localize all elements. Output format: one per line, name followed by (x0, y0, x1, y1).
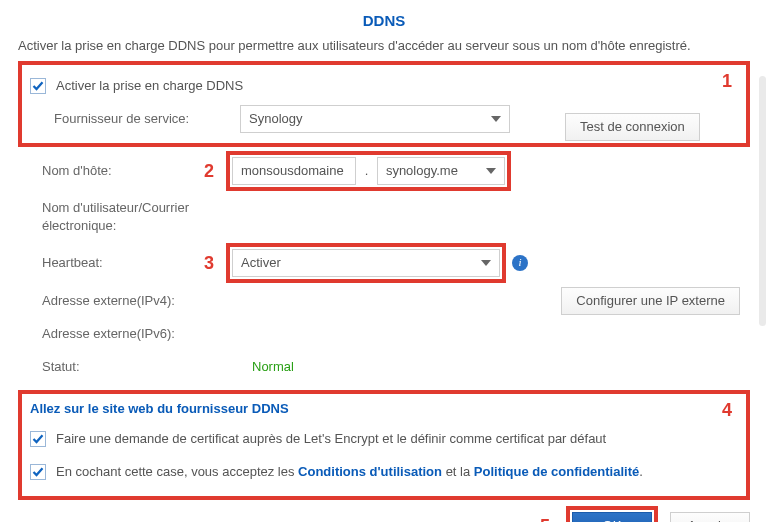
callout-2: 2 (200, 159, 218, 184)
callout-5: 5 (536, 514, 554, 522)
chevron-down-icon (481, 260, 491, 266)
chevron-down-icon (491, 116, 501, 122)
check-icon (32, 466, 44, 478)
domain-select[interactable]: synology.me (377, 157, 505, 185)
cancel-button[interactable]: Annuler (670, 512, 750, 522)
domain-value: synology.me (386, 162, 458, 180)
page-title: DDNS (18, 10, 750, 31)
status-label: Statut: (42, 358, 252, 376)
section-provider-site: 4 Allez sur le site web du fournisseur D… (18, 390, 750, 500)
provider-select[interactable]: Synology (240, 105, 510, 133)
terms-label: En cochant cette case, vous acceptez les… (56, 463, 643, 481)
letsencrypt-checkbox[interactable] (30, 431, 46, 447)
ok-button[interactable]: OK (572, 512, 652, 522)
terms-text-a: En cochant cette case, vous acceptez les (56, 464, 298, 479)
provider-label: Fournisseur de service: (54, 110, 240, 128)
user-label: Nom d'utilisateur/Courrier électronique: (42, 199, 242, 235)
callout-1: 1 (722, 69, 732, 94)
hostname-label: Nom d'hôte: (42, 162, 200, 180)
dot-separator: . (360, 163, 374, 178)
intro-text: Activer la prise en charge DDNS pour per… (18, 37, 750, 55)
privacy-link[interactable]: Politique de confidentialité (474, 464, 639, 479)
enable-ddns-checkbox[interactable] (30, 78, 46, 94)
provider-site-link[interactable]: Allez sur le site web du fournisseur DDN… (30, 400, 738, 418)
configure-ip-button[interactable]: Configurer une IP externe (561, 287, 740, 315)
check-icon (32, 80, 44, 92)
test-connection-button[interactable]: Test de connexion (565, 113, 700, 141)
heartbeat-select[interactable]: Activer (232, 249, 500, 277)
letsencrypt-label: Faire une demande de certificat auprès d… (56, 430, 606, 448)
ipv4-label: Adresse externe(IPv4): (42, 292, 252, 310)
heartbeat-label: Heartbeat: (42, 254, 200, 272)
footer: 5 OK Annuler (18, 506, 750, 522)
status-value: Normal (252, 358, 294, 376)
terms-link[interactable]: Conditions d'utilisation (298, 464, 442, 479)
chevron-down-icon (486, 168, 496, 174)
ok-wrap: OK (566, 506, 658, 522)
heartbeat-wrap: Activer (226, 243, 506, 283)
scrollbar[interactable] (759, 76, 766, 326)
subdomain-input[interactable]: monsousdomaine (232, 157, 356, 185)
check-icon (32, 433, 44, 445)
hostname-wrap: monsousdomaine . synology.me (226, 151, 511, 191)
ipv6-label: Adresse externe(IPv6): (42, 325, 252, 343)
heartbeat-value: Activer (241, 254, 281, 272)
callout-3: 3 (200, 251, 218, 276)
terms-text-c: . (639, 464, 643, 479)
terms-text-b: et la (442, 464, 474, 479)
enable-ddns-label: Activer la prise en charge DDNS (56, 77, 243, 95)
terms-checkbox[interactable] (30, 464, 46, 480)
info-icon[interactable]: i (512, 255, 528, 271)
provider-value: Synology (249, 110, 302, 128)
callout-4: 4 (722, 398, 732, 423)
